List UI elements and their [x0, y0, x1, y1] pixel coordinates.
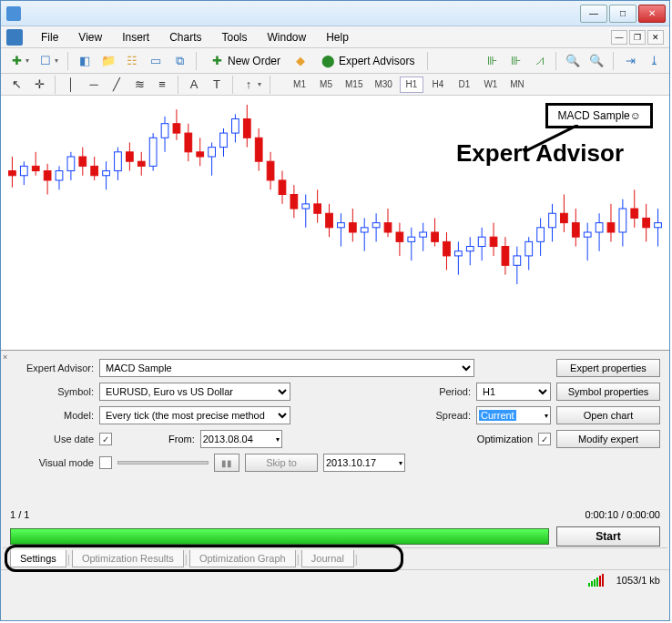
spread-select[interactable]: Current▾ — [476, 406, 551, 424]
tab-optimization-graph[interactable]: Optimization Graph — [189, 550, 296, 567]
svg-rect-13 — [79, 157, 87, 166]
terminal-button[interactable]: ▭ — [146, 51, 166, 71]
strategy-tester-button[interactable]: ⧉ — [169, 51, 189, 71]
new-order-button[interactable]: ✚New Order — [203, 51, 287, 71]
order-icon: ✚ — [209, 54, 224, 68]
vertical-line-button[interactable]: │ — [61, 75, 81, 95]
svg-rect-99 — [584, 232, 591, 237]
zoom-in-button[interactable]: 🔍 — [563, 51, 583, 71]
optimization-checkbox[interactable] — [538, 433, 551, 445]
svg-rect-97 — [572, 223, 579, 238]
auto-scroll-button[interactable]: ⇥ — [620, 51, 640, 71]
channel-button[interactable]: ≋ — [129, 75, 149, 95]
expert-properties-button[interactable]: Expert properties — [556, 359, 660, 377]
spread-label: Spread: — [425, 410, 471, 421]
expert-advisors-button[interactable]: ⬤Expert Advisors — [314, 51, 421, 71]
fib-icon: ≡ — [155, 77, 169, 92]
chart-shift-button[interactable]: ⤓ — [644, 51, 664, 71]
minimize-button[interactable]: — — [580, 5, 607, 23]
profiles-button[interactable]: ☐▾ — [36, 51, 61, 71]
svg-rect-59 — [349, 223, 356, 232]
arrows-button[interactable]: ↑▾ — [239, 75, 264, 95]
visual-mode-checkbox[interactable] — [99, 456, 112, 469]
menu-tools[interactable]: Tools — [213, 29, 257, 46]
tab-optimization-results[interactable]: Optimization Results — [72, 550, 184, 567]
child-close-button[interactable]: ✕ — [647, 30, 664, 45]
child-restore-button[interactable]: ❐ — [629, 30, 646, 45]
svg-rect-19 — [115, 152, 122, 171]
svg-rect-9 — [56, 171, 63, 180]
candle-chart-button[interactable]: ⊪ — [505, 51, 525, 71]
close-button[interactable]: ✕ — [638, 5, 666, 23]
diamond-icon: ◆ — [293, 54, 308, 68]
timeframe-m15[interactable]: M15 — [341, 77, 367, 93]
svg-rect-69 — [408, 237, 415, 241]
new-chart-button[interactable]: ✚▾ — [6, 51, 32, 71]
symbol-properties-button[interactable]: Symbol properties — [556, 383, 660, 401]
line-chart-button[interactable]: ⩘ — [529, 51, 549, 71]
market-watch-button[interactable]: ◧ — [75, 51, 95, 71]
timeframe-w1[interactable]: W1 — [479, 77, 503, 93]
speed-slider[interactable] — [117, 461, 209, 465]
strategy-tester-panel: × Expert Advisor: MACD Sample Expert pro… — [1, 351, 669, 569]
expert-advisor-select[interactable]: MACD Sample — [99, 359, 474, 377]
menubar: File View Insert Charts Tools Window Hel… — [1, 26, 669, 48]
modify-expert-button[interactable]: Modify expert — [556, 430, 660, 448]
model-label: Model: — [10, 410, 94, 421]
svg-rect-79 — [466, 247, 473, 251]
data-window-button[interactable]: ☷ — [122, 51, 142, 71]
use-date-checkbox[interactable] — [99, 433, 112, 445]
horizontal-line-button[interactable]: ─ — [84, 75, 104, 95]
timeframe-m5[interactable]: M5 — [314, 77, 338, 93]
text-icon: A — [187, 77, 201, 92]
crosshair-button[interactable]: ✛ — [29, 75, 49, 95]
svg-rect-111 — [655, 223, 662, 228]
tab-journal[interactable]: Journal — [301, 550, 354, 567]
timeframe-h1[interactable]: H1 — [400, 77, 423, 93]
timeframe-m30[interactable]: M30 — [370, 77, 396, 93]
trendline-button[interactable]: ╱ — [107, 75, 127, 95]
period-label: Period: — [425, 386, 471, 397]
metaeditor-button[interactable]: ◆ — [290, 51, 311, 71]
pause-button[interactable]: ▮▮ — [214, 454, 239, 472]
chart-area[interactable]: MACD Sample☺ Expert Advisor — [1, 96, 669, 351]
menu-insert[interactable]: Insert — [113, 29, 158, 46]
ea-callout-text: Expert Advisor — [456, 139, 624, 168]
bar-chart-button[interactable]: ⊪ — [482, 51, 502, 71]
child-minimize-button[interactable]: — — [611, 30, 627, 45]
svg-rect-57 — [338, 223, 345, 228]
model-select[interactable]: Every tick (the most precise method — [99, 406, 290, 424]
svg-rect-29 — [173, 124, 180, 133]
svg-rect-81 — [478, 237, 485, 246]
menu-file[interactable]: File — [32, 29, 67, 46]
svg-rect-71 — [420, 232, 427, 237]
tab-settings[interactable]: Settings — [10, 550, 66, 567]
navigator-button[interactable]: 📁 — [98, 51, 118, 71]
text-button[interactable]: A — [184, 75, 204, 95]
zoom-out-button[interactable]: 🔍 — [586, 51, 606, 71]
menu-window[interactable]: Window — [259, 29, 316, 46]
from-date-picker[interactable]: 2013.08.04▾ — [200, 430, 282, 448]
symbol-select[interactable]: EURUSD, Euro vs US Dollar — [99, 383, 290, 401]
cursor-button[interactable]: ↖ — [6, 75, 26, 95]
timeframe-d1[interactable]: D1 — [453, 77, 476, 93]
svg-rect-45 — [267, 161, 274, 180]
period-select[interactable]: H1 — [476, 383, 551, 401]
from-label: From: — [168, 434, 195, 444]
fibonacci-button[interactable]: ≡ — [152, 75, 172, 95]
open-chart-button[interactable]: Open chart — [556, 406, 660, 424]
timeframe-h4[interactable]: H4 — [426, 77, 450, 93]
timeframe-mn[interactable]: MN — [505, 77, 529, 93]
tester-close-button[interactable]: × — [3, 352, 12, 362]
menu-view[interactable]: View — [69, 29, 111, 46]
menu-charts[interactable]: Charts — [160, 29, 210, 46]
maximize-button[interactable]: □ — [609, 5, 636, 23]
skip-to-button[interactable]: Skip to — [245, 454, 318, 472]
timeframe-m1[interactable]: M1 — [288, 77, 311, 93]
start-button[interactable]: Start — [556, 526, 660, 546]
svg-rect-51 — [302, 204, 310, 209]
vline-icon: │ — [64, 77, 78, 92]
menu-help[interactable]: Help — [317, 29, 358, 46]
text-label-button[interactable]: T — [207, 75, 227, 95]
to-date-picker[interactable]: 2013.10.17▾ — [323, 454, 405, 472]
